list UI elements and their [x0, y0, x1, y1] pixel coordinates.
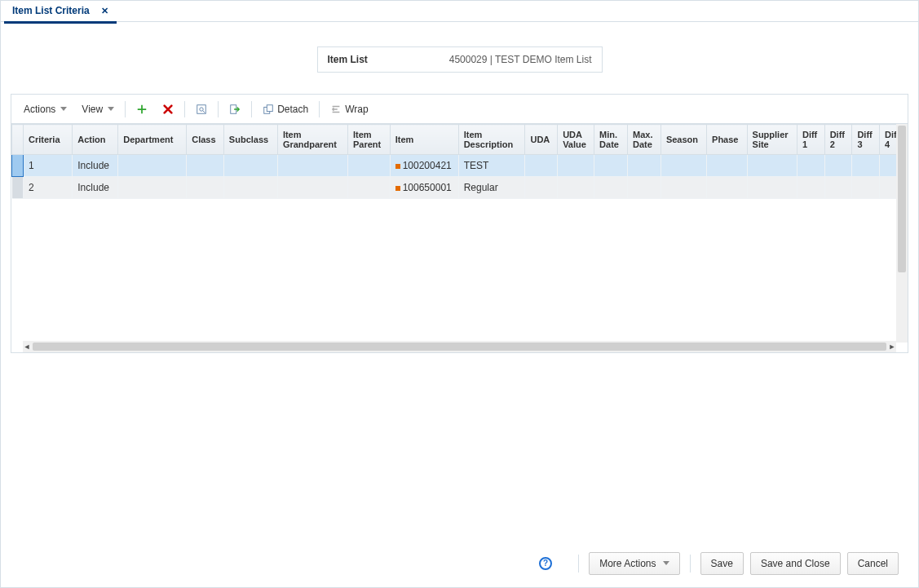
tab-item-list-criteria[interactable]: Item List Criteria ✕: [4, 0, 117, 24]
cell-min-date: [594, 155, 628, 177]
actions-label: Actions: [24, 104, 55, 115]
vertical-scrollbar[interactable]: [896, 124, 908, 343]
item-value: 100200421: [403, 160, 452, 171]
row-selector[interactable]: [12, 155, 24, 177]
svg-rect-4: [267, 104, 272, 111]
col-diff1[interactable]: Diff 1: [797, 125, 824, 155]
separator: [125, 101, 126, 117]
col-class[interactable]: Class: [187, 125, 224, 155]
item-list-value: 4500029 | TEST DEMO Item List: [449, 54, 592, 65]
scrollbar-thumb[interactable]: [898, 126, 906, 272]
col-uda-value[interactable]: UDA Value: [558, 125, 594, 155]
cell-class: [187, 177, 224, 199]
cell-uda-value: [558, 177, 594, 199]
cell-max-date: [628, 155, 661, 177]
more-actions-button[interactable]: More Actions: [589, 552, 679, 575]
cell-item: 100650001: [390, 177, 458, 199]
separator: [319, 101, 320, 117]
cell-subclass: [223, 177, 277, 199]
cell-phase: [707, 155, 748, 177]
tab-label: Item List Criteria: [12, 5, 90, 16]
col-min-date[interactable]: Min. Date: [594, 125, 628, 155]
grid-panel: Actions View: [11, 94, 908, 353]
col-department[interactable]: Department: [118, 125, 187, 155]
cell-item-grandparent: [277, 177, 347, 199]
item-list-label: Item List: [328, 54, 368, 65]
cell-diff3: [852, 155, 880, 177]
cell-supplier-site: [747, 177, 797, 199]
more-actions-label: More Actions: [599, 558, 656, 569]
query-button[interactable]: [188, 99, 214, 119]
cell-action: Include: [73, 155, 118, 177]
toolbar: Actions View: [11, 95, 908, 124]
col-diff2[interactable]: Diff 2: [824, 125, 852, 155]
close-icon[interactable]: ✕: [101, 6, 108, 16]
save-label: Save: [711, 558, 733, 569]
col-supplier-site[interactable]: Supplier Site: [747, 125, 797, 155]
cell-criteria: 2: [23, 177, 72, 199]
separator: [218, 101, 219, 117]
svg-point-1: [200, 107, 203, 110]
cell-item-description: TEST: [458, 155, 525, 177]
scrollbar-thumb[interactable]: [33, 343, 886, 351]
horizontal-scrollbar[interactable]: ◄ ►: [23, 341, 896, 352]
cell-subclass: [223, 155, 277, 177]
cell-item-grandparent: [277, 155, 347, 177]
tab-bar: Item List Criteria ✕: [1, 1, 918, 22]
add-button[interactable]: [129, 99, 155, 119]
cross-icon: [162, 104, 174, 115]
col-season[interactable]: Season: [661, 125, 706, 155]
col-item[interactable]: Item: [390, 125, 458, 155]
view-menu[interactable]: View: [74, 99, 122, 119]
table-row[interactable]: 2 Include 100650001 Regular: [12, 177, 908, 199]
wrap-icon: [330, 104, 342, 115]
export-button[interactable]: [222, 99, 248, 119]
cell-criteria: 1: [23, 155, 72, 177]
indicator-icon: [395, 186, 400, 191]
grid-wrapper: Criteria Action Department Class Subclas…: [11, 124, 908, 352]
row-selector-header: [12, 125, 24, 155]
content: Item List 4500029 | TEST DEMO Item List …: [1, 22, 918, 587]
view-label: View: [82, 104, 103, 115]
col-subclass[interactable]: Subclass: [223, 125, 277, 155]
col-uda[interactable]: UDA: [525, 125, 558, 155]
delete-button[interactable]: [155, 99, 181, 119]
wrap-button[interactable]: Wrap: [323, 99, 375, 119]
table-row[interactable]: 1 Include 100200421 TEST: [12, 155, 908, 177]
scroll-left-arrow[interactable]: ◄: [23, 343, 31, 351]
plus-icon: [136, 104, 148, 115]
cancel-button[interactable]: Cancel: [847, 552, 899, 575]
col-diff3[interactable]: Diff 3: [852, 125, 880, 155]
cell-min-date: [594, 177, 628, 199]
detach-button[interactable]: Detach: [255, 99, 316, 119]
detach-label: Detach: [277, 104, 308, 115]
cancel-label: Cancel: [858, 558, 888, 569]
cell-uda: [525, 155, 558, 177]
save-and-close-button[interactable]: Save and Close: [750, 552, 841, 575]
export-icon: [229, 104, 241, 115]
cell-uda-value: [558, 155, 594, 177]
cell-class: [187, 155, 224, 177]
col-criteria[interactable]: Criteria: [23, 125, 72, 155]
col-action[interactable]: Action: [73, 125, 118, 155]
item-value: 100650001: [403, 182, 452, 193]
actions-menu[interactable]: Actions: [16, 99, 74, 119]
col-item-grandparent[interactable]: Item Grandparent: [277, 125, 347, 155]
save-button[interactable]: Save: [700, 552, 744, 575]
col-max-date[interactable]: Max. Date: [628, 125, 661, 155]
scroll-right-arrow[interactable]: ►: [888, 343, 896, 351]
cell-season: [661, 155, 706, 177]
cell-department: [118, 177, 187, 199]
criteria-grid: Criteria Action Department Class Subclas…: [11, 124, 908, 199]
chevron-down-icon: [60, 107, 67, 111]
separator: [184, 101, 185, 117]
col-item-description[interactable]: Item Description: [458, 125, 525, 155]
save-close-label: Save and Close: [761, 558, 830, 569]
cell-phase: [707, 177, 748, 199]
row-selector[interactable]: [12, 177, 24, 199]
help-icon[interactable]: ?: [539, 557, 552, 570]
cell-season: [661, 177, 706, 199]
separator: [690, 555, 691, 573]
col-phase[interactable]: Phase: [707, 125, 748, 155]
col-item-parent[interactable]: Item Parent: [348, 125, 391, 155]
